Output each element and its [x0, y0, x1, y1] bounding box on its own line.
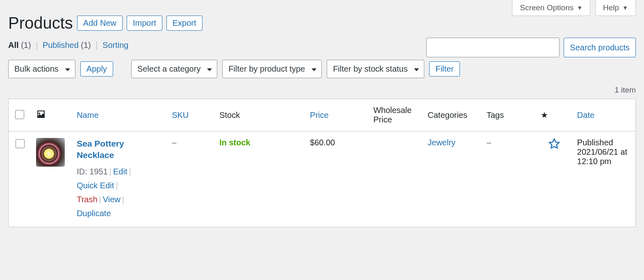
add-new-button[interactable]: Add New	[77, 16, 123, 31]
page-title: Products	[8, 14, 73, 32]
row-actions: ID: 1951|Edit| Quick Edit| Trash|View| D…	[77, 165, 162, 220]
export-button[interactable]: Export	[166, 16, 203, 31]
price-value: $60.00	[310, 138, 335, 147]
sku-value: –	[172, 138, 176, 147]
chevron-down-icon: ▼	[622, 5, 628, 11]
featured-toggle[interactable]	[548, 143, 560, 152]
trash-link[interactable]: Trash	[77, 195, 97, 204]
col-categories: Categories	[423, 99, 482, 131]
star-icon: ★	[541, 111, 548, 120]
quick-edit-link[interactable]: Quick Edit	[77, 181, 114, 190]
help-label: Help	[603, 3, 619, 12]
category-select[interactable]: Select a category	[131, 60, 218, 78]
edit-link[interactable]: Edit	[113, 167, 127, 176]
view-link[interactable]: View	[103, 195, 121, 204]
product-type-select[interactable]: Filter by product type	[222, 60, 322, 78]
screen-options-tab[interactable]: Screen Options ▼	[512, 0, 590, 16]
chevron-down-icon: ▼	[577, 5, 583, 11]
import-button[interactable]: Import	[127, 16, 162, 31]
col-name[interactable]: Name	[72, 99, 167, 131]
help-tab[interactable]: Help ▼	[595, 0, 636, 16]
filter-published[interactable]: Published (1)	[43, 41, 91, 50]
filter-sorting[interactable]: Sorting	[102, 41, 128, 50]
products-table: Name SKU Stock Price Wholesale Price Cat…	[8, 99, 636, 227]
screen-options-label: Screen Options	[520, 3, 573, 12]
product-thumbnail[interactable]	[36, 138, 65, 167]
row-checkbox[interactable]	[16, 139, 25, 148]
col-wholesale: Wholesale Price	[369, 99, 423, 131]
item-count: 1 item	[8, 86, 636, 95]
col-price[interactable]: Price	[305, 99, 369, 131]
search-input[interactable]	[426, 38, 560, 57]
duplicate-link[interactable]: Duplicate	[77, 209, 111, 218]
stock-status: In stock	[219, 138, 250, 147]
search-products-button[interactable]: Search products	[564, 38, 636, 57]
date-value: 2021/06/21 at 12:10 pm	[577, 147, 627, 166]
col-featured: ★	[536, 99, 572, 131]
date-status: Published	[577, 138, 613, 147]
select-all-checkbox[interactable]	[15, 110, 24, 119]
filter-all[interactable]: All (1)	[8, 41, 31, 50]
col-stock: Stock	[214, 99, 305, 131]
category-link[interactable]: Jewelry	[428, 138, 455, 147]
col-sku[interactable]: SKU	[167, 99, 214, 131]
product-title-link[interactable]: Sea Pottery Necklace	[77, 138, 162, 161]
image-column-icon	[36, 112, 46, 121]
bulk-actions-select[interactable]: Bulk actions	[8, 60, 75, 78]
table-row: Sea Pottery Necklace ID: 1951|Edit| Quic…	[9, 131, 636, 227]
stock-status-select[interactable]: Filter by stock status	[327, 60, 424, 78]
col-tags: Tags	[482, 99, 536, 131]
product-id: ID: 1951	[77, 167, 108, 176]
col-date[interactable]: Date	[572, 99, 636, 131]
tags-value: –	[487, 138, 491, 147]
apply-button[interactable]: Apply	[80, 61, 113, 77]
filter-button[interactable]: Filter	[429, 61, 460, 77]
